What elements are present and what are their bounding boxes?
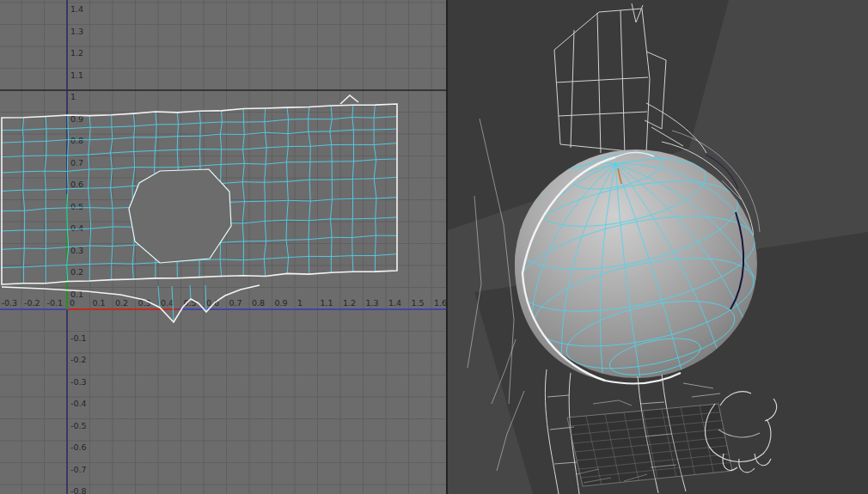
perspective-canvas[interactable] (448, 0, 868, 494)
y-axis-tick-label: 1.4 (70, 4, 83, 14)
x-axis-tick-label: -0.3 (2, 298, 18, 308)
y-axis-tick-label: -0.7 (70, 465, 87, 474)
uv-hole (129, 169, 231, 263)
x-axis-tick-label: 0.8 (252, 298, 265, 308)
x-axis-tick-label: 1.6 (434, 298, 446, 308)
x-axis-tick-label: 0.9 (275, 298, 288, 308)
y-axis-tick-label: -0.5 (70, 421, 87, 430)
y-axis-tick-label: -0.4 (70, 399, 87, 408)
x-axis-tick-label: 0.1 (93, 298, 106, 308)
x-axis-tick-label: -0.2 (24, 298, 40, 308)
y-axis-tick-label: 1 (70, 92, 76, 101)
y-axis-tick-label: 0.2 (70, 267, 83, 277)
y-axis-tick-label: 0.5 (70, 202, 83, 211)
uv-editor-viewport[interactable]: -0.3-0.2-0.100.10.20.30.40.50.60.70.80.9… (0, 0, 446, 494)
y-axis-tick-label: 0.4 (70, 223, 83, 233)
perspective-viewport[interactable] (448, 0, 868, 494)
y-axis-tick-label: -0.6 (70, 442, 87, 452)
y-axis-tick-label: -0.2 (70, 355, 87, 364)
y-axis-tick-label: 1.2 (70, 48, 83, 58)
x-axis-tick-label: 1.4 (388, 298, 401, 308)
y-axis-tick-label: 0.7 (70, 158, 83, 168)
x-axis-tick-label: 0.2 (115, 298, 128, 308)
y-axis-tick-label: 0.6 (70, 180, 83, 189)
x-axis-tick-label: 1.2 (343, 298, 356, 308)
x-axis-tick-label: 0 (70, 298, 75, 308)
x-axis-tick-label: 1.1 (321, 298, 333, 308)
y-axis-tick-label: 1.1 (70, 70, 83, 80)
y-axis-tick-label: -0.1 (70, 333, 87, 343)
y-axis-tick-label: 0.8 (70, 136, 83, 145)
x-axis-tick-label: 1.3 (366, 298, 379, 308)
x-axis-tick-label: -0.1 (47, 298, 64, 308)
x-axis-tick-label: 1.5 (412, 298, 425, 308)
x-axis-tick-label: 1 (297, 298, 303, 308)
modeling-app-window: -0.3-0.2-0.100.10.20.30.40.50.60.70.80.9… (0, 0, 868, 494)
y-axis-tick-label: 1.3 (70, 27, 83, 36)
y-axis-tick-label: -0.3 (70, 377, 87, 387)
uv-editor-canvas[interactable]: -0.3-0.2-0.100.10.20.30.40.50.60.70.80.9… (0, 0, 446, 494)
x-axis-tick-label: 0.7 (229, 298, 242, 308)
y-axis-tick-label: -0.8 (70, 486, 87, 494)
x-axis-tick-label: 0.4 (161, 298, 174, 308)
x-axis-tick-label: 0.6 (206, 298, 219, 308)
